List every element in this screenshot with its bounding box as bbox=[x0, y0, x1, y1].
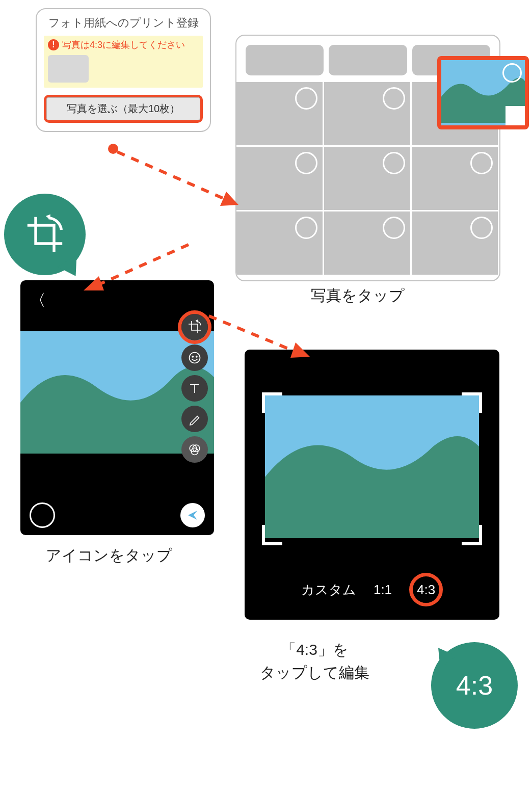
select-photos-button[interactable]: 写真を選ぶ（最大10枚） bbox=[46, 97, 200, 120]
photo-cell[interactable] bbox=[412, 210, 499, 275]
crop-handle-icon[interactable] bbox=[262, 392, 282, 413]
editor-caption: アイコンをタップ bbox=[46, 545, 172, 566]
select-ring-icon bbox=[383, 152, 405, 174]
record-button[interactable] bbox=[30, 502, 55, 528]
svg-marker-1 bbox=[46, 214, 50, 220]
photo-cell[interactable] bbox=[324, 210, 412, 275]
crop-handle-icon[interactable] bbox=[262, 525, 282, 545]
photo-cell[interactable] bbox=[412, 145, 499, 210]
filter-tool-button[interactable] bbox=[181, 436, 208, 463]
alert-icon: ! bbox=[48, 39, 59, 50]
draw-tool-button[interactable] bbox=[181, 406, 208, 432]
select-ring-icon bbox=[383, 217, 405, 239]
photo-cell[interactable] bbox=[236, 210, 324, 275]
dialog-title: フォト用紙へのプリント登録 bbox=[37, 9, 210, 33]
crop-callout-bubble bbox=[4, 194, 86, 275]
select-ring-icon bbox=[295, 87, 317, 110]
warning-text: 写真は4:3に編集してください bbox=[62, 39, 185, 51]
picker-caption: 写真をタップ bbox=[311, 285, 405, 306]
crop-handle-icon[interactable] bbox=[462, 525, 482, 545]
svg-point-4 bbox=[192, 356, 193, 357]
select-ring-icon bbox=[502, 63, 522, 83]
picker-tab[interactable] bbox=[329, 45, 407, 75]
select-ring-icon bbox=[470, 217, 493, 239]
photo-landscape-icon bbox=[265, 395, 479, 538]
select-photos-highlight: 写真を選ぶ（最大10枚） bbox=[44, 95, 203, 123]
crop-handle-icon[interactable] bbox=[462, 392, 482, 413]
ratio-callout-bubble: 4:3 bbox=[431, 642, 518, 729]
ratio-option-1-1[interactable]: 1:1 bbox=[374, 582, 392, 598]
svg-marker-2 bbox=[196, 320, 198, 323]
photo-editor: 〈 bbox=[20, 280, 214, 535]
warning-box: ! 写真は4:3に編集してください bbox=[44, 36, 203, 88]
photo-cell[interactable] bbox=[236, 81, 324, 145]
send-button[interactable] bbox=[180, 503, 205, 527]
crop-tool-button[interactable] bbox=[181, 314, 208, 340]
svg-point-3 bbox=[190, 353, 200, 363]
crop-caption: 「4:3」を タップして編集 bbox=[260, 638, 369, 684]
print-register-dialog: フォト用紙へのプリント登録 ! 写真は4:3に編集してください 写真を選ぶ（最大… bbox=[36, 8, 211, 132]
sticker-tool-button[interactable] bbox=[181, 344, 208, 371]
photo-cell[interactable] bbox=[236, 145, 324, 210]
back-icon[interactable]: 〈 bbox=[30, 289, 46, 312]
photo-cell[interactable] bbox=[324, 81, 412, 145]
selected-photo-highlight[interactable] bbox=[437, 56, 529, 129]
crop-preview[interactable] bbox=[265, 395, 479, 538]
svg-line-10 bbox=[117, 152, 224, 199]
select-ring-icon bbox=[383, 87, 405, 110]
text-tool-button[interactable] bbox=[181, 375, 208, 402]
select-ring-icon bbox=[295, 217, 317, 239]
ratio-option-custom[interactable]: カスタム bbox=[301, 581, 356, 599]
svg-line-14 bbox=[209, 316, 296, 352]
photo-cell[interactable] bbox=[324, 145, 412, 210]
svg-point-9 bbox=[108, 144, 118, 154]
ratio-bubble-text: 4:3 bbox=[456, 670, 493, 701]
svg-point-5 bbox=[196, 356, 197, 357]
picker-tab[interactable] bbox=[246, 45, 324, 75]
select-ring-icon bbox=[295, 152, 317, 174]
thumbnail-placeholder bbox=[48, 55, 89, 83]
crop-editor: カスタム 1:1 4:3 bbox=[245, 350, 499, 620]
flow-arrow-icon bbox=[107, 143, 245, 214]
select-ring-icon bbox=[470, 152, 493, 174]
crop-icon bbox=[22, 211, 68, 257]
svg-line-12 bbox=[97, 245, 189, 285]
ratio-option-4-3[interactable]: 4:3 bbox=[409, 573, 443, 606]
